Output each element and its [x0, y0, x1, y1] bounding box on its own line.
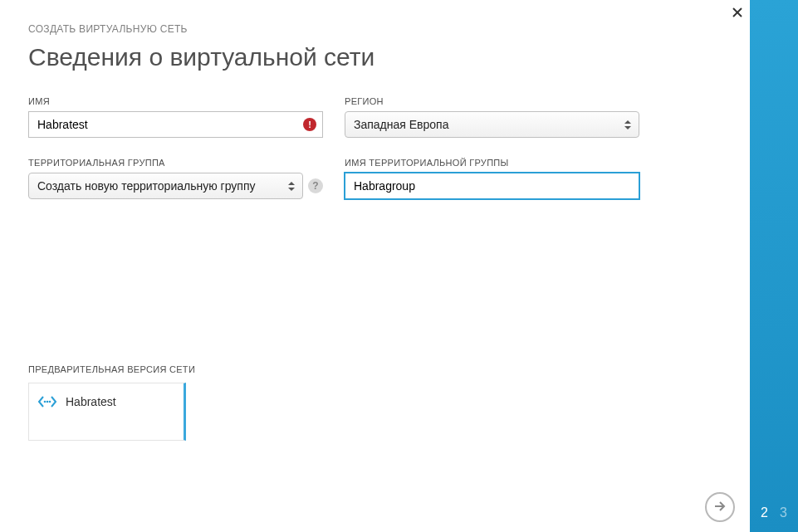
svg-point-1 — [47, 401, 49, 403]
name-row — [28, 111, 323, 138]
label-affinity-group-name: ИМЯ ТЕРРИТОРИАЛЬНОЙ ГРУППЫ — [345, 158, 639, 168]
affinity-group-name-input[interactable] — [345, 173, 639, 199]
step-3[interactable]: 3 — [780, 505, 787, 520]
close-button[interactable] — [730, 5, 745, 20]
page-title: Сведения о виртуальной сети — [28, 43, 722, 71]
region-select[interactable]: Западная Европа — [345, 111, 639, 138]
wizard-sidebar: 2 3 — [750, 0, 798, 532]
svg-point-2 — [49, 401, 51, 403]
label-affinity-group: ТЕРРИТОРИАЛЬНАЯ ГРУППА — [28, 158, 323, 168]
field-affinity-group-name: ИМЯ ТЕРРИТОРИАЛЬНОЙ ГРУППЫ — [345, 158, 639, 199]
preview-name: Habratest — [66, 393, 116, 408]
label-region: РЕГИОН — [345, 96, 639, 106]
svg-point-0 — [44, 401, 47, 403]
region-select-wrap: Западная Европа — [345, 111, 639, 138]
affinity-group-select[interactable]: Создать новую территориальную группу — [28, 173, 303, 199]
name-input[interactable] — [28, 111, 323, 138]
main-panel: СОЗДАТЬ ВИРТУАЛЬНУЮ СЕТЬ Сведения о вирт… — [0, 0, 750, 532]
field-region: РЕГИОН Западная Европа — [345, 96, 639, 138]
affinity-group-row: Создать новую территориальную группу ? — [28, 173, 323, 199]
label-name: ИМЯ — [28, 96, 323, 106]
preview-card: Habratest — [28, 383, 186, 441]
error-icon — [303, 118, 316, 131]
affinity-group-select-wrap: Создать новую территориальную группу — [28, 173, 303, 199]
preview-section: ПРЕДВАРИТЕЛЬНАЯ ВЕРСИЯ СЕТИ Habratest — [28, 364, 195, 441]
close-icon — [732, 7, 742, 17]
form-grid: ИМЯ РЕГИОН Западная Европа ТЕРРИТОРИАЛЬН… — [28, 96, 722, 199]
next-button[interactable] — [705, 492, 735, 522]
breadcrumb: СОЗДАТЬ ВИРТУАЛЬНУЮ СЕТЬ — [28, 23, 722, 35]
arrow-right-icon — [712, 499, 727, 516]
network-icon — [37, 393, 57, 410]
field-affinity-group: ТЕРРИТОРИАЛЬНАЯ ГРУППА Создать новую тер… — [28, 158, 323, 199]
wizard-steps: 2 3 — [750, 505, 798, 520]
help-icon[interactable]: ? — [308, 178, 323, 193]
step-2[interactable]: 2 — [761, 505, 768, 520]
field-name: ИМЯ — [28, 96, 323, 138]
wizard-footer — [0, 482, 750, 532]
label-preview: ПРЕДВАРИТЕЛЬНАЯ ВЕРСИЯ СЕТИ — [28, 364, 195, 374]
